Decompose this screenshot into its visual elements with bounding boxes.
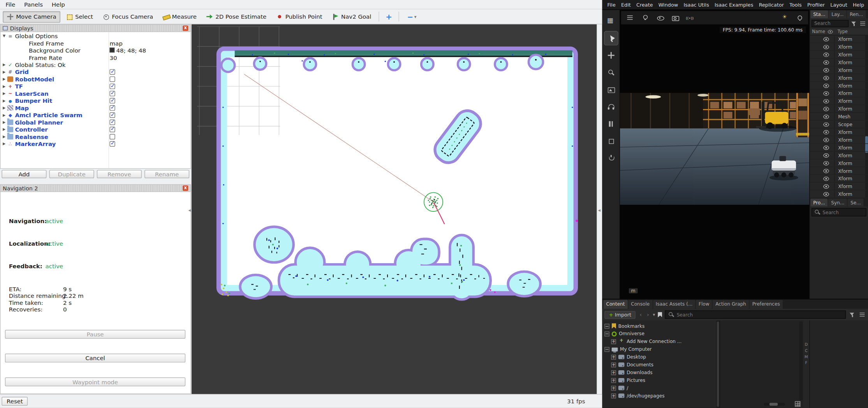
display-row[interactable]: MarkerArray [0, 140, 190, 147]
expander-icon[interactable] [2, 33, 7, 38]
panel-tab[interactable]: Sta... [810, 11, 828, 18]
stage-prim-row[interactable]: Xform [810, 159, 868, 167]
back-icon[interactable]: ‹ [639, 311, 643, 318]
display-row[interactable]: LaserScan [0, 90, 190, 97]
filter-icon[interactable] [850, 19, 857, 26]
content-tree-row[interactable]: Add New Connection ... [602, 338, 717, 345]
stage-prim-row[interactable]: Mesh [810, 113, 868, 121]
visibility-eye-icon[interactable] [823, 192, 829, 196]
camera-icon[interactable] [671, 14, 679, 22]
content-tree-row[interactable]: Downloads [602, 369, 717, 376]
visibility-eye-icon[interactable] [823, 114, 829, 119]
menu-item[interactable]: Help [850, 1, 867, 9]
displays-action-button[interactable]: Duplicate [49, 170, 94, 178]
forward-icon[interactable]: › [646, 311, 650, 318]
visibility-eye-icon[interactable] [823, 153, 829, 157]
slider-thumb[interactable] [769, 403, 778, 406]
expander-icon[interactable] [611, 378, 616, 383]
visibility-eye-icon[interactable] [823, 161, 829, 165]
file-listing-area[interactable]: DCMF [720, 320, 868, 408]
select-cursor-icon[interactable] [604, 32, 618, 45]
stage-prim-row[interactable]: Xform [810, 167, 868, 175]
content-search-input[interactable] [677, 312, 843, 317]
displays-panel-titlebar[interactable]: Displays x [0, 25, 191, 32]
menu-item[interactable]: Tools [787, 1, 805, 9]
grid-menu-icon[interactable] [604, 14, 618, 28]
expander-icon[interactable] [604, 324, 609, 329]
expander-icon[interactable] [2, 98, 7, 102]
visibility-eye-icon[interactable] [823, 37, 829, 41]
stage-prim-row[interactable]: Scope [810, 121, 868, 128]
display-row[interactable]: Global Planner [0, 118, 190, 125]
expander-icon[interactable] [2, 113, 7, 117]
stage-prim-row[interactable]: Xform [810, 175, 868, 183]
list-options-icon[interactable] [859, 311, 866, 318]
bookmark-flag-icon[interactable] [658, 312, 662, 317]
property-search-input[interactable] [822, 209, 864, 215]
stage-prim-row[interactable]: Xform [810, 35, 868, 43]
display-checkbox[interactable] [109, 119, 115, 125]
visibility-eye-icon[interactable] [823, 122, 829, 126]
menu-item[interactable]: Profiler [805, 1, 828, 9]
scrollbar-thumb[interactable] [717, 322, 719, 407]
stage-prim-row[interactable]: Xform [810, 43, 868, 51]
display-row[interactable]: Amcl Particle Swarm [0, 111, 190, 118]
nav2-action-button[interactable]: Waypoint mode [5, 377, 185, 386]
display-row[interactable]: Realsense [0, 133, 190, 140]
type-column-header[interactable]: Type [838, 29, 848, 34]
visibility-eye-icon[interactable] [823, 169, 829, 173]
panel-collapse-handle[interactable]: ◀ [188, 206, 192, 215]
zoom-icon[interactable] [604, 66, 618, 79]
location-pin-icon[interactable] [796, 14, 803, 22]
display-row[interactable]: Background Color 48; 48; 48 [0, 46, 190, 53]
stage-prim-row[interactable]: Xform [810, 190, 868, 198]
display-row[interactable]: Global Options [0, 32, 190, 39]
display-checkbox[interactable] [109, 90, 115, 96]
files-scrollbar[interactable] [799, 322, 803, 400]
menu-item[interactable]: File [604, 1, 618, 9]
panel-collapse-handle[interactable]: ◀ [597, 206, 601, 215]
panel-tab[interactable]: Preferences [750, 300, 783, 309]
expander-icon[interactable] [2, 91, 7, 95]
expander-icon[interactable] [611, 393, 616, 398]
panel-tab[interactable]: Content [603, 300, 627, 309]
headphones-icon[interactable] [604, 100, 618, 113]
menu-item[interactable]: Window [656, 1, 681, 9]
display-row[interactable]: TF [0, 83, 190, 90]
display-checkbox[interactable] [109, 83, 115, 89]
expander-icon[interactable] [2, 120, 7, 124]
panel-tab[interactable]: Action Graph [713, 300, 749, 309]
menu-item[interactable]: Create [634, 1, 656, 9]
display-row[interactable]: Controller [0, 126, 190, 133]
panel-tab[interactable]: Syn... [828, 199, 847, 206]
panel-tab[interactable]: Lay... [829, 11, 846, 18]
stage-prim-row[interactable]: Xform [810, 51, 868, 59]
stage-prim-row[interactable]: Xform [810, 144, 868, 152]
menu-item[interactable]: File [1, 0, 20, 8]
visibility-eye-icon[interactable] [823, 107, 829, 111]
display-checkbox[interactable] [109, 112, 115, 118]
displays-action-button[interactable]: Remove [97, 170, 142, 178]
menu-item[interactable]: Replicator [756, 1, 787, 9]
expander-icon[interactable] [611, 354, 616, 359]
menu-item[interactable]: Panels [20, 0, 48, 8]
stage-prim-row[interactable]: Xform [810, 90, 868, 97]
name-column-header[interactable]: Name [810, 29, 825, 34]
expander-icon[interactable] [2, 127, 7, 131]
menu-item[interactable]: Isaac Utils [681, 1, 712, 9]
pause-icon[interactable] [604, 117, 618, 130]
visibility-eye-icon[interactable] [823, 137, 829, 142]
visibility-eye-icon[interactable] [823, 68, 829, 72]
visibility-eye-icon[interactable] [823, 52, 829, 56]
history-dropdown-icon[interactable]: ▾ [653, 312, 655, 317]
stage-prim-row[interactable]: Xform [810, 74, 868, 82]
expander-icon[interactable] [2, 77, 7, 81]
display-checkbox[interactable] [109, 127, 115, 132]
panel-tab[interactable]: Flow [696, 300, 712, 309]
panel-tab[interactable]: Isaac Assets (... [653, 300, 695, 309]
grid-view-icon[interactable] [795, 401, 800, 407]
rviz-tool-button[interactable]: Focus Camera [99, 11, 157, 23]
rviz-tool-button[interactable]: 2D Pose Estimate [202, 11, 270, 23]
sun-icon[interactable] [781, 14, 789, 22]
display-row[interactable]: Global Status: Ok [0, 61, 190, 68]
